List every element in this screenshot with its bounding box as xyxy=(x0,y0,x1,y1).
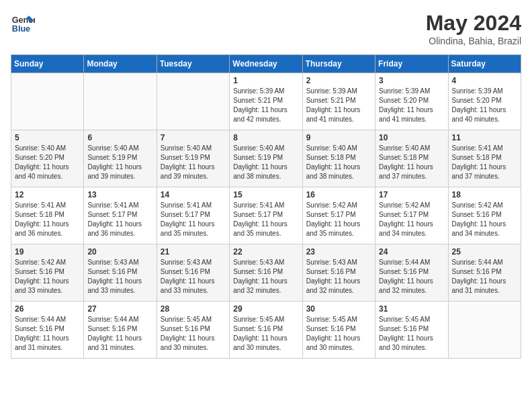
calendar-cell: 28Sunrise: 5:45 AM Sunset: 5:16 PM Dayli… xyxy=(157,302,229,359)
calendar-cell: 27Sunrise: 5:44 AM Sunset: 5:16 PM Dayli… xyxy=(84,302,157,359)
day-header-sunday: Sunday xyxy=(11,55,84,73)
day-header-tuesday: Tuesday xyxy=(157,55,229,73)
calendar-cell: 26Sunrise: 5:44 AM Sunset: 5:16 PM Dayli… xyxy=(11,302,84,359)
day-number: 10 xyxy=(379,133,444,142)
day-info: Sunrise: 5:40 AM Sunset: 5:18 PM Dayligh… xyxy=(379,144,444,181)
day-info: Sunrise: 5:45 AM Sunset: 5:16 PM Dayligh… xyxy=(379,315,444,353)
calendar-cell: 6Sunrise: 5:40 AM Sunset: 5:19 PM Daylig… xyxy=(84,130,157,187)
calendar-cell: 30Sunrise: 5:45 AM Sunset: 5:16 PM Dayli… xyxy=(302,302,375,359)
day-info: Sunrise: 5:43 AM Sunset: 5:16 PM Dayligh… xyxy=(306,258,371,295)
day-number: 16 xyxy=(306,190,371,199)
day-info: Sunrise: 5:40 AM Sunset: 5:19 PM Dayligh… xyxy=(87,144,152,181)
calendar-cell: 4Sunrise: 5:39 AM Sunset: 5:20 PM Daylig… xyxy=(448,73,521,130)
day-number: 12 xyxy=(15,190,80,199)
day-info: Sunrise: 5:40 AM Sunset: 5:20 PM Dayligh… xyxy=(15,144,80,181)
calendar-cell: 18Sunrise: 5:42 AM Sunset: 5:16 PM Dayli… xyxy=(448,187,521,244)
calendar-cell: 21Sunrise: 5:43 AM Sunset: 5:16 PM Dayli… xyxy=(157,244,229,302)
calendar-cell: 3Sunrise: 5:39 AM Sunset: 5:20 PM Daylig… xyxy=(375,73,448,130)
day-info: Sunrise: 5:44 AM Sunset: 5:16 PM Dayligh… xyxy=(452,258,517,295)
day-number: 4 xyxy=(452,76,517,85)
calendar-cell: 8Sunrise: 5:40 AM Sunset: 5:19 PM Daylig… xyxy=(230,130,302,187)
calendar-cell: 11Sunrise: 5:41 AM Sunset: 5:18 PM Dayli… xyxy=(448,130,521,187)
week-row-3: 12Sunrise: 5:41 AM Sunset: 5:18 PM Dayli… xyxy=(11,187,521,244)
calendar-table: SundayMondayTuesdayWednesdayThursdayFrid… xyxy=(11,54,521,359)
calendar-cell xyxy=(11,73,84,130)
day-header-thursday: Thursday xyxy=(302,55,375,73)
day-header-wednesday: Wednesday xyxy=(230,55,302,73)
svg-text:Blue: Blue xyxy=(12,24,30,34)
logo-icon: General Blue xyxy=(11,11,35,35)
calendar-cell: 17Sunrise: 5:42 AM Sunset: 5:17 PM Dayli… xyxy=(375,187,448,244)
week-row-5: 26Sunrise: 5:44 AM Sunset: 5:16 PM Dayli… xyxy=(11,302,521,359)
calendar-cell: 25Sunrise: 5:44 AM Sunset: 5:16 PM Dayli… xyxy=(448,244,521,302)
logo: General Blue xyxy=(11,11,35,35)
calendar-cell: 29Sunrise: 5:45 AM Sunset: 5:16 PM Dayli… xyxy=(230,302,302,359)
day-info: Sunrise: 5:42 AM Sunset: 5:16 PM Dayligh… xyxy=(15,258,80,295)
calendar-cell: 19Sunrise: 5:42 AM Sunset: 5:16 PM Dayli… xyxy=(11,244,84,302)
day-info: Sunrise: 5:45 AM Sunset: 5:16 PM Dayligh… xyxy=(161,315,226,353)
calendar-cell: 16Sunrise: 5:42 AM Sunset: 5:17 PM Dayli… xyxy=(302,187,375,244)
day-number: 3 xyxy=(379,76,444,85)
calendar-cell: 7Sunrise: 5:40 AM Sunset: 5:19 PM Daylig… xyxy=(157,130,229,187)
day-info: Sunrise: 5:39 AM Sunset: 5:20 PM Dayligh… xyxy=(452,87,517,124)
day-number: 18 xyxy=(452,190,517,199)
day-info: Sunrise: 5:45 AM Sunset: 5:16 PM Dayligh… xyxy=(233,315,298,353)
calendar-cell: 24Sunrise: 5:44 AM Sunset: 5:16 PM Dayli… xyxy=(375,244,448,302)
day-info: Sunrise: 5:41 AM Sunset: 5:17 PM Dayligh… xyxy=(87,201,152,238)
day-number: 1 xyxy=(233,76,298,85)
calendar-cell: 10Sunrise: 5:40 AM Sunset: 5:18 PM Dayli… xyxy=(375,130,448,187)
month-title: May 2024 xyxy=(426,11,521,36)
header-row: SundayMondayTuesdayWednesdayThursdayFrid… xyxy=(11,55,521,73)
day-info: Sunrise: 5:41 AM Sunset: 5:17 PM Dayligh… xyxy=(233,201,298,238)
day-info: Sunrise: 5:41 AM Sunset: 5:18 PM Dayligh… xyxy=(452,144,517,181)
day-number: 19 xyxy=(15,247,80,257)
calendar-cell: 2Sunrise: 5:39 AM Sunset: 5:21 PM Daylig… xyxy=(302,73,375,130)
day-number: 8 xyxy=(233,133,298,142)
page-header: General Blue May 2024 Olindina, Bahia, B… xyxy=(11,11,521,46)
calendar-cell xyxy=(448,302,521,359)
day-info: Sunrise: 5:43 AM Sunset: 5:16 PM Dayligh… xyxy=(161,258,226,295)
day-number: 31 xyxy=(379,304,444,314)
calendar-cell: 14Sunrise: 5:41 AM Sunset: 5:17 PM Dayli… xyxy=(157,187,229,244)
calendar-cell: 22Sunrise: 5:43 AM Sunset: 5:16 PM Dayli… xyxy=(230,244,302,302)
day-info: Sunrise: 5:41 AM Sunset: 5:17 PM Dayligh… xyxy=(161,201,226,238)
day-number: 11 xyxy=(452,133,517,142)
day-info: Sunrise: 5:42 AM Sunset: 5:17 PM Dayligh… xyxy=(306,201,371,238)
day-header-friday: Friday xyxy=(375,55,448,73)
day-number: 7 xyxy=(161,133,226,142)
day-number: 28 xyxy=(161,304,226,314)
day-number: 22 xyxy=(233,247,298,257)
day-number: 6 xyxy=(87,133,152,142)
day-info: Sunrise: 5:39 AM Sunset: 5:21 PM Dayligh… xyxy=(233,87,298,124)
calendar-cell: 1Sunrise: 5:39 AM Sunset: 5:21 PM Daylig… xyxy=(230,73,302,130)
day-number: 21 xyxy=(161,247,226,257)
day-info: Sunrise: 5:43 AM Sunset: 5:16 PM Dayligh… xyxy=(87,258,152,295)
day-number: 5 xyxy=(15,133,80,142)
week-row-2: 5Sunrise: 5:40 AM Sunset: 5:20 PM Daylig… xyxy=(11,130,521,187)
calendar-cell: 12Sunrise: 5:41 AM Sunset: 5:18 PM Dayli… xyxy=(11,187,84,244)
calendar-cell: 9Sunrise: 5:40 AM Sunset: 5:18 PM Daylig… xyxy=(302,130,375,187)
day-number: 30 xyxy=(306,304,371,314)
day-number: 25 xyxy=(452,247,517,257)
day-number: 20 xyxy=(87,247,152,257)
day-info: Sunrise: 5:41 AM Sunset: 5:18 PM Dayligh… xyxy=(15,201,80,238)
calendar-cell: 5Sunrise: 5:40 AM Sunset: 5:20 PM Daylig… xyxy=(11,130,84,187)
day-info: Sunrise: 5:40 AM Sunset: 5:19 PM Dayligh… xyxy=(233,144,298,181)
day-number: 13 xyxy=(87,190,152,199)
calendar-cell: 31Sunrise: 5:45 AM Sunset: 5:16 PM Dayli… xyxy=(375,302,448,359)
calendar-cell: 13Sunrise: 5:41 AM Sunset: 5:17 PM Dayli… xyxy=(84,187,157,244)
calendar-cell xyxy=(84,73,157,130)
day-number: 14 xyxy=(161,190,226,199)
calendar-cell: 15Sunrise: 5:41 AM Sunset: 5:17 PM Dayli… xyxy=(230,187,302,244)
day-number: 27 xyxy=(87,304,152,314)
day-info: Sunrise: 5:44 AM Sunset: 5:16 PM Dayligh… xyxy=(15,315,80,353)
day-info: Sunrise: 5:45 AM Sunset: 5:16 PM Dayligh… xyxy=(306,315,371,353)
day-number: 9 xyxy=(306,133,371,142)
day-info: Sunrise: 5:44 AM Sunset: 5:16 PM Dayligh… xyxy=(87,315,152,353)
title-block: May 2024 Olindina, Bahia, Brazil xyxy=(426,11,521,46)
day-info: Sunrise: 5:39 AM Sunset: 5:20 PM Dayligh… xyxy=(379,87,444,124)
day-number: 26 xyxy=(15,304,80,314)
day-number: 2 xyxy=(306,76,371,85)
day-number: 29 xyxy=(233,304,298,314)
week-row-4: 19Sunrise: 5:42 AM Sunset: 5:16 PM Dayli… xyxy=(11,244,521,302)
